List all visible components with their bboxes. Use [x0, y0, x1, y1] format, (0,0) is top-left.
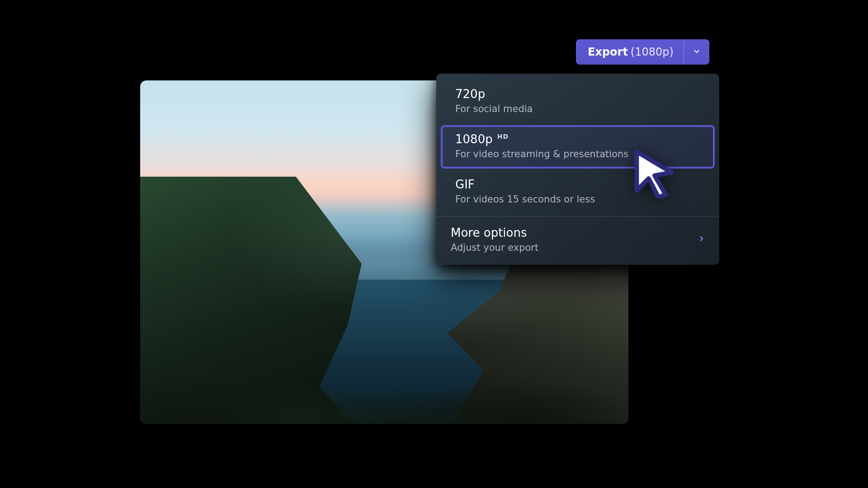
export-option-subtitle: For videos 15 seconds or less	[455, 194, 700, 205]
export-split-button: Export (1080p)	[576, 39, 709, 65]
export-option-720p[interactable]: 720p For social media	[441, 81, 715, 122]
export-option-subtitle: For video streaming & presentations	[455, 149, 700, 160]
export-options-menu: 720p For social media 1080p HD For video…	[436, 74, 719, 265]
chevron-down-icon	[693, 46, 701, 58]
export-button-setting: (1080p)	[631, 46, 674, 58]
chevron-right-icon	[698, 235, 706, 244]
export-option-title: 1080p	[455, 132, 493, 146]
export-dropdown-toggle[interactable]	[684, 39, 709, 65]
export-option-title: 720p	[455, 87, 485, 101]
export-button-label: Export	[588, 46, 628, 58]
more-options-subtitle: Adjust your export	[451, 242, 538, 253]
export-button[interactable]: Export (1080p)	[576, 39, 684, 65]
more-options-title: More options	[451, 226, 538, 239]
hd-badge: HD	[497, 133, 509, 140]
export-option-gif[interactable]: GIF For videos 15 seconds or less	[441, 171, 715, 213]
export-option-subtitle: For social media	[455, 103, 700, 114]
export-option-1080p[interactable]: 1080p HD For video streaming & presentat…	[441, 125, 715, 169]
export-more-options[interactable]: More options Adjust your export	[436, 217, 719, 265]
export-option-title: GIF	[455, 178, 475, 191]
